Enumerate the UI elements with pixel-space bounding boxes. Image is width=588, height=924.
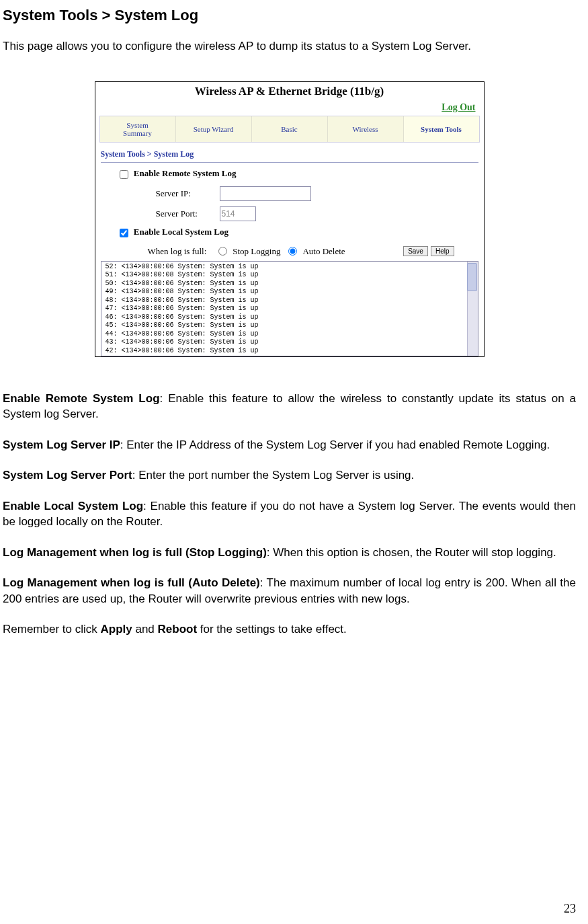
- save-button[interactable]: Save: [403, 246, 428, 256]
- local-log-checkbox[interactable]: [120, 229, 128, 237]
- page-title: System Tools > System Log: [3, 7, 576, 24]
- help-button[interactable]: Help: [431, 246, 454, 256]
- log-lines: 52: <134>00:00:06 System: System is up 5…: [101, 262, 478, 356]
- log-full-label: When log is full:: [148, 246, 207, 257]
- log-output: 52: <134>00:00:06 System: System is up 5…: [101, 261, 478, 356]
- stop-logging-radio[interactable]: [218, 247, 227, 256]
- desc-remote-log: Enable Remote System Log: Enable this fe…: [3, 391, 576, 422]
- remote-log-label: Enable Remote System Log: [134, 168, 237, 178]
- auto-delete-radio[interactable]: [288, 247, 297, 256]
- auto-delete-label: Auto Delete: [302, 246, 345, 257]
- screenshot-panel: Wireless AP & Ethernet Bridge (11b/g) Lo…: [95, 81, 485, 357]
- server-ip-input[interactable]: [220, 186, 311, 201]
- desc-apply-reboot: Remember to click Apply and Reboot for t…: [3, 621, 576, 637]
- desc-local-log: Enable Local System Log: Enable this fea…: [3, 498, 576, 530]
- server-ip-label: Server IP:: [156, 188, 220, 199]
- intro-text: This page allows you to configure the wi…: [3, 39, 576, 54]
- scrollbar[interactable]: [467, 262, 478, 356]
- nav-basic[interactable]: Basic: [252, 116, 328, 142]
- logout-link[interactable]: Log Out: [442, 102, 475, 112]
- nav-system-summary[interactable]: System Summary: [100, 116, 176, 142]
- desc-server-ip: System Log Server IP: Enter the IP Addre…: [3, 437, 576, 453]
- breadcrumb: System Tools > System Log: [101, 149, 478, 161]
- server-port-input[interactable]: [220, 206, 256, 221]
- device-header: Wireless AP & Ethernet Bridge (11b/g): [95, 82, 484, 101]
- nav-setup-wizard[interactable]: Setup Wizard: [176, 116, 252, 142]
- nav-system-tools[interactable]: System Tools: [404, 116, 479, 142]
- scrollbar-thumb[interactable]: [467, 263, 477, 291]
- nav-wireless[interactable]: Wireless: [328, 116, 404, 142]
- desc-auto-delete: Log Management when log is full (Auto De…: [3, 575, 576, 607]
- server-port-label: Server Port:: [156, 208, 220, 219]
- page-number: 23: [564, 902, 576, 916]
- stop-logging-label: Stop Logging: [233, 246, 280, 257]
- desc-server-port: System Log Server Port: Enter the port n…: [3, 467, 576, 483]
- local-log-label: Enable Local System Log: [134, 227, 228, 237]
- divider: [101, 162, 478, 163]
- desc-stop-logging: Log Management when log is full (Stop Lo…: [3, 545, 576, 560]
- main-nav: System Summary Setup Wizard Basic Wirele…: [99, 116, 480, 143]
- remote-log-checkbox[interactable]: [120, 170, 128, 179]
